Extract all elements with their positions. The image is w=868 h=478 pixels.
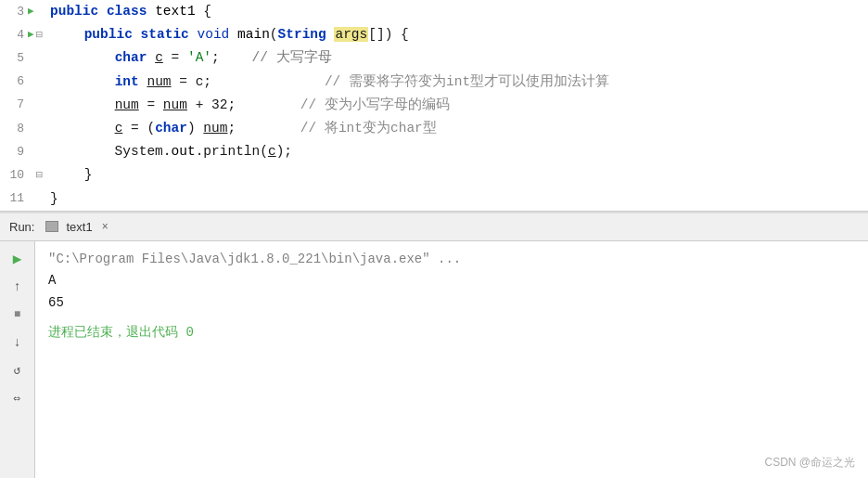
watermark: CSDN @命运之光	[764, 455, 855, 471]
run-wrap-button[interactable]: ⇔	[6, 386, 30, 410]
code-row-3: 3 ▶ public class text1 {	[0, 0, 868, 23]
line-num-5: 5 ▶	[0, 48, 46, 69]
run-tab-name[interactable]: text1	[66, 220, 92, 234]
run-label: Run:	[9, 220, 34, 234]
line-num-11: 11 ▶	[0, 188, 46, 209]
run-tab-close[interactable]: ×	[102, 220, 108, 233]
code-row-8: 8 ▶ c = (char) num; // 将int变为char型	[0, 117, 868, 140]
line-num-10: 10 ▶ ⊟	[0, 165, 48, 186]
code-lines: 3 ▶ public class text1 { 4 ▶ ⊟ public st…	[0, 0, 868, 211]
code-row-7: 7 ▶ num = num + 32; // 变为小写字母的编码	[0, 94, 868, 117]
output-result-2: 65	[48, 292, 855, 315]
code-row-10: 10 ▶ ⊟ }	[0, 163, 868, 187]
output-cmd-line: "C:\Program Files\Java\jdk1.8.0_221\bin\…	[48, 249, 855, 271]
code-line-4: public static void main(String args[]) {	[48, 23, 868, 46]
run-sidebar: ▶ ↑ ■ ↓ ↺ ⇔	[0, 241, 35, 478]
code-row-9: 9 ▶ System.out.println(c);	[0, 140, 868, 163]
run-output: "C:\Program Files\Java\jdk1.8.0_221\bin\…	[35, 241, 868, 478]
arrow-4: ▶	[28, 27, 34, 44]
output-result-1: A	[48, 270, 855, 292]
output-exit-msg: 进程已结束，退出代码 0	[48, 322, 855, 344]
code-line-3: public class text1 {	[46, 0, 868, 23]
code-row-11: 11 ▶ }	[0, 187, 868, 211]
bookmark-4: ⊟	[36, 27, 43, 45]
run-scroll-down-button[interactable]: ↓	[6, 330, 30, 355]
code-line-8: c = (char) num; // 将int变为char型	[46, 117, 868, 140]
run-header: Run: text1 ×	[0, 213, 868, 241]
code-editor: 3 ▶ public class text1 { 4 ▶ ⊟ public st…	[0, 0, 868, 212]
bookmark-10: ⊟	[36, 167, 43, 185]
code-line-7: num = num + 32; // 变为小写字母的编码	[46, 94, 868, 117]
run-body: ▶ ↑ ■ ↓ ↺ ⇔ "C:\Program Files\Java\jdk1.…	[0, 241, 868, 478]
code-line-9: System.out.println(c);	[46, 140, 868, 163]
code-line-5: char c = 'A'; // 大写字母	[46, 46, 868, 70]
run-stop-button[interactable]: ■	[6, 303, 30, 327]
code-row-6: 6 ▶ int num = c; // 需要将字符变为int型才可以使用加法计算	[0, 71, 868, 94]
line-num-4: 4 ▶ ⊟	[0, 25, 48, 45]
tab-icon	[45, 221, 58, 232]
code-line-6: int num = c; // 需要将字符变为int型才可以使用加法计算	[46, 71, 868, 94]
code-row-4: 4 ▶ ⊟ public static void main(String arg…	[0, 23, 868, 46]
line-num-6: 6 ▶	[0, 71, 46, 92]
line-num-3: 3 ▶	[0, 2, 46, 22]
code-line-10: }	[48, 163, 868, 187]
run-panel: Run: text1 × ▶ ↑ ■ ↓ ↺ ⇔ "C:\Program Fil…	[0, 212, 868, 478]
arrow-3: ▶	[28, 4, 34, 20]
run-play-button[interactable]: ▶	[6, 247, 30, 271]
code-row-5: 5 ▶ char c = 'A'; // 大写字母	[0, 46, 868, 70]
run-rerun-button[interactable]: ↺	[6, 358, 30, 382]
line-num-8: 8 ▶	[0, 119, 46, 139]
line-num-7: 7 ▶	[0, 95, 46, 115]
run-scroll-up-button[interactable]: ↑	[6, 275, 30, 299]
code-line-11: }	[46, 187, 868, 211]
line-num-9: 9 ▶	[0, 142, 46, 162]
